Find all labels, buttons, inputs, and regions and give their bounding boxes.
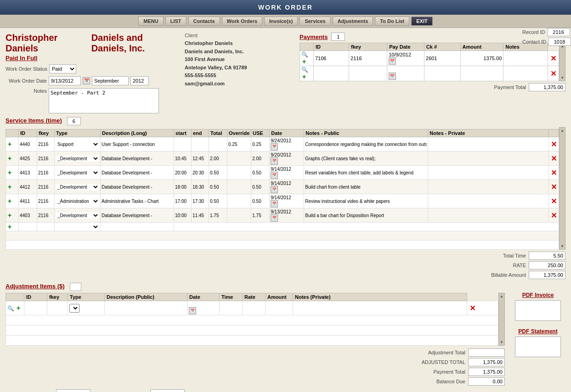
svc-5-notes-priv-input[interactable]: [429, 199, 548, 204]
adj-del-btn[interactable]: ✕: [469, 304, 476, 313]
svc-4-add-btn[interactable]: +: [7, 183, 12, 190]
payment-1-del-btn[interactable]: ✕: [549, 54, 557, 63]
payment-1-fkey-input[interactable]: [351, 56, 385, 61]
svc-3-type-select[interactable]: _Development: [56, 170, 99, 176]
svc-6-start-input[interactable]: [175, 213, 190, 218]
svc-6-end-input[interactable]: [192, 213, 208, 218]
svc-6-date-input[interactable]: [271, 209, 298, 214]
svc-4-date-input[interactable]: [271, 181, 298, 186]
svc-new-id-input[interactable]: [20, 224, 36, 230]
svc-4-start-input[interactable]: [175, 185, 190, 190]
payment-1-ck-input[interactable]: [426, 56, 459, 61]
payment-2-search-btn[interactable]: 🔍: [301, 67, 308, 73]
payment-1-add-btn[interactable]: +: [301, 58, 307, 65]
svc-3-date-input[interactable]: [271, 167, 298, 172]
services-button[interactable]: Services: [300, 17, 330, 26]
svc-2-override-input[interactable]: [228, 156, 250, 161]
payment-1-id-input[interactable]: [315, 56, 347, 61]
adj-total-input[interactable]: [468, 348, 505, 357]
svc-3-start-input[interactable]: [175, 170, 190, 175]
invoices-button[interactable]: Invoice(s): [264, 17, 298, 26]
svc-4-desc-input[interactable]: [102, 185, 173, 190]
exit-button[interactable]: EXIT: [411, 17, 432, 26]
svc-2-cal-icon[interactable]: 📅: [271, 157, 278, 165]
payment-2-ck-input[interactable]: [426, 71, 459, 76]
svc-4-use-input[interactable]: [252, 185, 268, 190]
contacts-button[interactable]: Contacts: [188, 17, 220, 26]
date-cal-icon[interactable]: 📅: [83, 77, 90, 84]
payment-1-notes-input[interactable]: [505, 56, 546, 61]
balance-due-input[interactable]: [468, 377, 505, 386]
svc-5-date-input[interactable]: [271, 195, 298, 200]
svc-2-total-input[interactable]: [210, 156, 226, 161]
svc-1-use-input[interactable]: [252, 142, 268, 147]
status-select[interactable]: Paid Open Closed: [49, 64, 76, 73]
svc-1-desc-input[interactable]: [102, 142, 173, 147]
adj-scroll-down[interactable]: ▼: [500, 340, 503, 344]
payment-2-add-btn[interactable]: +: [301, 73, 307, 80]
svc-1-fkey-input[interactable]: [38, 142, 53, 147]
adj-new-fkey-input[interactable]: [49, 306, 66, 311]
svc-5-notes-pub-input[interactable]: [305, 199, 427, 204]
svc-5-cal-icon[interactable]: 📅: [271, 200, 278, 207]
svc-5-id-input[interactable]: [20, 199, 36, 204]
adjustments-button[interactable]: Adjustments: [333, 17, 373, 26]
svc-6-add-btn[interactable]: +: [7, 212, 12, 219]
adj-new-time-input[interactable]: [221, 306, 241, 311]
svc-2-type-select[interactable]: _Development: [56, 156, 99, 162]
svc-5-start-input[interactable]: [175, 199, 190, 204]
payment-2-fkey-input[interactable]: [351, 71, 385, 76]
svc-4-total-input[interactable]: [210, 185, 226, 190]
date-input[interactable]: [49, 76, 81, 85]
adj-scroll-up[interactable]: ▲: [500, 294, 503, 298]
payment-2-cal-icon[interactable]: 📅: [389, 73, 396, 80]
svc-1-add-btn[interactable]: +: [7, 140, 12, 148]
service-scrollbar[interactable]: ▲ ▼: [559, 127, 565, 250]
svc-5-total-input[interactable]: [210, 199, 226, 204]
svc-1-notes-priv-input[interactable]: [429, 142, 548, 147]
svc-1-type-select[interactable]: Support: [56, 141, 99, 147]
svc-4-notes-pub-input[interactable]: [305, 185, 427, 190]
svc-4-notes-priv-input[interactable]: [429, 185, 548, 190]
svc-2-fkey-input[interactable]: [38, 156, 53, 161]
rate-input[interactable]: [529, 261, 565, 269]
svc-6-notes-priv-input[interactable]: [429, 213, 548, 218]
svc-1-start-input[interactable]: [175, 142, 190, 147]
pdf-statement-box[interactable]: [515, 336, 561, 357]
svc-6-total-input[interactable]: [210, 213, 226, 218]
menu-button[interactable]: MENU: [138, 17, 163, 26]
month-input[interactable]: [92, 76, 129, 85]
svc-1-id-input[interactable]: [20, 142, 36, 147]
svc-5-add-btn[interactable]: +: [7, 197, 12, 205]
create-date-input[interactable]: [56, 389, 90, 392]
svc-3-end-input[interactable]: [192, 170, 208, 175]
svc-6-notes-pub-input[interactable]: [305, 213, 427, 218]
svc-2-notes-priv-input[interactable]: [429, 156, 548, 161]
svc-1-date-input[interactable]: [271, 138, 298, 143]
adj-count[interactable]: [70, 283, 81, 291]
svc-1-end-input[interactable]: [192, 142, 208, 147]
payments-count[interactable]: [331, 33, 345, 41]
adj-new-desc-input[interactable]: [106, 306, 186, 311]
svc-6-type-select[interactable]: _Development: [56, 213, 99, 218]
service-count[interactable]: [67, 117, 81, 125]
svc-3-desc-input[interactable]: [102, 170, 173, 175]
svc-3-notes-pub-input[interactable]: [305, 170, 427, 175]
notes-textarea[interactable]: September - Part 2: [49, 88, 159, 113]
svc-new-desc-input[interactable]: [102, 224, 173, 230]
svc-4-del-btn[interactable]: ✕: [550, 183, 558, 191]
service-scroll-up[interactable]: ▲: [560, 129, 564, 133]
svc-3-total-input[interactable]: [210, 170, 226, 175]
adj-search-btn[interactable]: 🔍: [7, 305, 14, 312]
adjusted-total-input[interactable]: [468, 358, 505, 366]
payment-total-bottom-input[interactable]: [468, 368, 505, 376]
svc-3-id-input[interactable]: [20, 170, 36, 175]
adj-new-id-input[interactable]: [26, 306, 45, 311]
svc-2-del-btn[interactable]: ✕: [550, 154, 558, 163]
svc-6-use-input[interactable]: [252, 213, 268, 218]
svc-6-fkey-input[interactable]: [38, 213, 53, 218]
svc-5-use-input[interactable]: [252, 199, 268, 204]
svc-1-override-input[interactable]: [228, 142, 250, 147]
modify-date-input[interactable]: [150, 389, 185, 392]
svc-3-notes-priv-input[interactable]: [429, 170, 548, 175]
